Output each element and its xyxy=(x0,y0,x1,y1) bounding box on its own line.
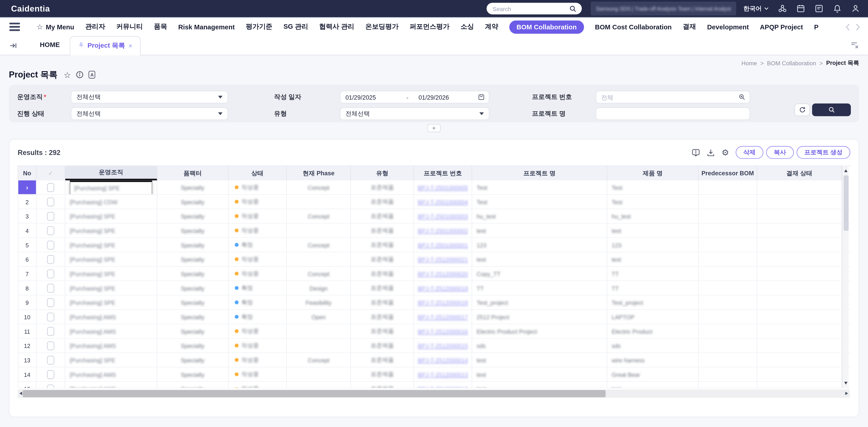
language-selector[interactable]: 한국어 xyxy=(743,4,769,13)
nav-item-10[interactable]: 소싱 xyxy=(461,22,474,32)
project-number-link[interactable]: BPJ-T-2512000021 xyxy=(418,256,468,263)
global-search[interactable] xyxy=(487,3,582,14)
type-filter-select[interactable]: 전체선택 xyxy=(340,107,489,120)
user-team-badge[interactable]: Samsung SDS | Trade-off Analysis Team | … xyxy=(591,2,736,15)
column-header-no[interactable]: No xyxy=(18,166,36,180)
nav-item-13[interactable]: BOM Cost Collaboration xyxy=(595,23,672,31)
tab-active-1[interactable]: Project 목록× xyxy=(70,36,141,55)
chevron-right-icon[interactable] xyxy=(855,23,860,31)
project-number-link[interactable]: BPJ-T-2512000014 xyxy=(418,357,468,363)
memo-icon[interactable] xyxy=(814,4,824,13)
nav-item-1[interactable]: 관리자 xyxy=(85,22,105,32)
settings-gear-icon[interactable]: ⚙ xyxy=(721,148,729,157)
nav-item-2[interactable]: 커뮤니티 xyxy=(116,22,143,32)
horizontal-scrollbar[interactable] xyxy=(18,390,850,398)
calendar-icon[interactable] xyxy=(796,4,806,13)
tooltip-info-icon[interactable] xyxy=(692,148,701,157)
search-icon[interactable] xyxy=(568,4,578,13)
project-name-input[interactable] xyxy=(601,110,745,117)
row-checkbox[interactable] xyxy=(47,284,54,292)
scroll-right-arrow-icon[interactable] xyxy=(845,392,848,395)
row-checkbox[interactable] xyxy=(47,212,54,221)
expand-filters-button[interactable]: + xyxy=(428,124,441,132)
nav-item-8[interactable]: 온보딩평가 xyxy=(365,22,399,32)
column-header-org[interactable]: 운영조직 xyxy=(65,166,157,180)
hamburger-menu-icon[interactable] xyxy=(9,23,20,31)
project-number-link[interactable]: BPJ-T-2501000004 xyxy=(418,198,468,205)
column-header-name[interactable]: 프로젝트 명 xyxy=(472,166,608,180)
calendar-picker-icon[interactable] xyxy=(477,94,485,101)
nav-item-15[interactable]: Development xyxy=(707,23,749,31)
org-cell-editor[interactable]: [Purchasing] SPE xyxy=(70,180,152,194)
nav-item-14[interactable]: 결재 xyxy=(683,22,696,32)
nav-item-17[interactable]: P xyxy=(814,23,818,31)
date-to-value[interactable]: 01/29/2026 xyxy=(418,94,469,100)
project-number-link[interactable]: BPJ-T-2501000005 xyxy=(418,184,468,191)
close-icon[interactable]: × xyxy=(128,42,132,50)
vertical-scrollbar-thumb[interactable] xyxy=(843,175,848,231)
date-range-field[interactable]: 01/29/2025 - 01/29/2026 xyxy=(340,91,489,103)
project-number-link[interactable]: BPJ-T-2501000002 xyxy=(418,227,468,234)
vertical-scrollbar[interactable] xyxy=(842,165,848,388)
horizontal-scrollbar-thumb[interactable] xyxy=(23,390,606,397)
collapse-sidebar-icon[interactable] xyxy=(9,41,18,50)
search-popup-icon[interactable] xyxy=(739,94,746,101)
nav-item-6[interactable]: SG 관리 xyxy=(283,22,308,32)
project-number-input[interactable] xyxy=(601,94,745,100)
nav-item-16[interactable]: APQP Project xyxy=(760,23,803,31)
project-number-link[interactable]: BPJ-T-2512000019 xyxy=(418,285,468,291)
project-number-field[interactable] xyxy=(596,91,750,103)
results-button-1[interactable]: 복사 xyxy=(766,146,794,159)
row-checkbox[interactable] xyxy=(47,240,54,249)
nav-item-3[interactable]: 품목 xyxy=(154,22,167,32)
column-header-phase[interactable]: 현재 Phase xyxy=(287,166,351,180)
manual-doc-icon[interactable]: A xyxy=(89,71,95,78)
date-from-value[interactable]: 01/29/2025 xyxy=(345,94,396,100)
row-checkbox[interactable] xyxy=(47,298,54,307)
tab-0[interactable]: HOME xyxy=(30,41,70,55)
profile-icon[interactable] xyxy=(851,4,860,13)
nav-item-7[interactable]: 협력사 관리 xyxy=(319,22,354,32)
nav-item-4[interactable]: Risk Management xyxy=(178,23,235,31)
chevron-left-icon[interactable] xyxy=(845,23,850,31)
results-button-2[interactable]: 프로젝트 생성 xyxy=(797,146,850,159)
row-checkbox[interactable] xyxy=(47,370,54,379)
project-number-link[interactable]: BPJ-T-2512000017 xyxy=(418,314,468,320)
notifications-bell-icon[interactable] xyxy=(833,4,842,13)
project-number-link[interactable]: BPJ-T-2512000018 xyxy=(418,299,468,306)
breadcrumb-link[interactable]: Home xyxy=(741,59,757,66)
project-number-link[interactable]: BPJ-T-2512000015 xyxy=(418,342,468,349)
column-header-product[interactable]: 제품 명 xyxy=(608,166,699,180)
project-number-link[interactable]: BPJ-T-2512000013 xyxy=(418,371,468,377)
search-button[interactable] xyxy=(812,103,851,116)
nav-item-0[interactable]: ☆My Menu xyxy=(37,23,74,31)
row-checkbox[interactable] xyxy=(47,341,54,350)
project-number-link[interactable]: BPJ-T-2501000003 xyxy=(418,213,468,219)
results-button-0[interactable]: 삭제 xyxy=(736,146,763,159)
project-number-link[interactable]: BPJ-T-2512000012 xyxy=(418,386,468,388)
row-checkbox[interactable] xyxy=(47,197,54,206)
row-checkbox[interactable] xyxy=(47,327,54,335)
global-search-input[interactable] xyxy=(493,5,568,12)
nav-item-12[interactable]: BOM Collaboration xyxy=(509,20,584,33)
org-filter-select[interactable]: 전체선택 xyxy=(71,91,228,103)
row-checkbox[interactable] xyxy=(47,269,54,278)
progress-filter-select[interactable]: 전체선택 xyxy=(71,107,228,120)
info-icon[interactable] xyxy=(76,71,84,78)
column-header-status[interactable]: 상태 xyxy=(228,166,287,180)
column-header-check[interactable]: ✓ xyxy=(37,166,65,180)
favorite-star-icon[interactable]: ☆ xyxy=(64,70,71,79)
reset-button[interactable] xyxy=(794,103,810,116)
row-checkbox[interactable] xyxy=(47,385,54,388)
close-all-tabs-icon[interactable] xyxy=(850,41,859,49)
row-checkbox[interactable] xyxy=(47,355,54,364)
scroll-down-arrow-icon[interactable] xyxy=(844,382,848,385)
project-number-link[interactable]: BPJ-T-2501000001 xyxy=(418,241,468,248)
column-header-number[interactable]: 프로젝트 번호 xyxy=(414,166,472,180)
row-checkbox[interactable] xyxy=(47,255,54,264)
nav-item-11[interactable]: 계약 xyxy=(485,22,498,32)
project-number-link[interactable]: BPJ-T-2512000020 xyxy=(418,270,468,277)
project-name-field[interactable] xyxy=(596,107,750,120)
org-network-icon[interactable] xyxy=(778,4,787,13)
nav-item-9[interactable]: 퍼포먼스평가 xyxy=(410,22,450,32)
